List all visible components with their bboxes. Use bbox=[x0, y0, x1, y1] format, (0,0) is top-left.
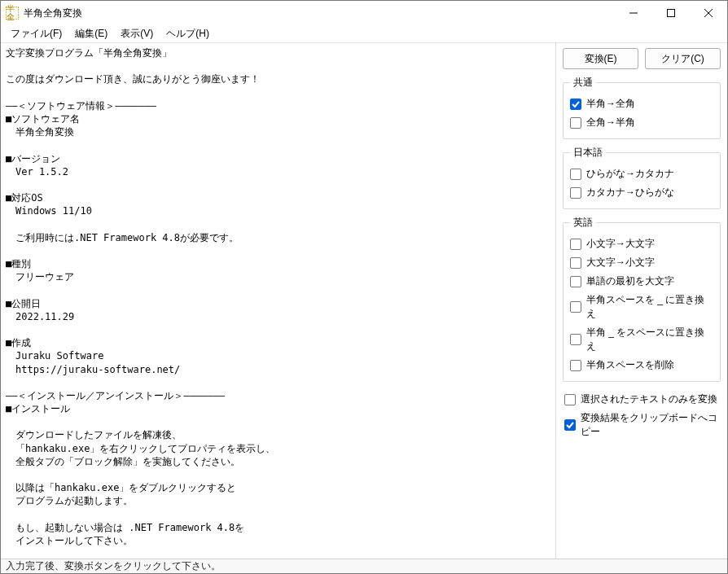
checkbox-icon bbox=[570, 169, 581, 180]
check-label: 単語の最初を大文字 bbox=[586, 274, 674, 288]
checkbox-icon bbox=[570, 301, 581, 313]
minimize-button[interactable] bbox=[615, 1, 652, 25]
close-button[interactable] bbox=[690, 1, 727, 25]
check-label: 半角→全角 bbox=[586, 97, 635, 111]
group-english: 英語 小文字→大文字 大文字→小文字 単語の最初を大文字 半角スペースを _ に… bbox=[563, 216, 721, 382]
main-area: 文字変換プログラム「半角全角変換」 この度はダウンロード頂き、誠にありがとう御座… bbox=[1, 43, 727, 559]
menubar: ファイル(F) 編集(E) 表示(V) ヘルプ(H) bbox=[1, 25, 727, 43]
group-japanese-legend: 日本語 bbox=[570, 146, 606, 160]
maximize-button[interactable] bbox=[652, 1, 690, 25]
group-common-legend: 共通 bbox=[570, 76, 596, 90]
check-space-to-underscore[interactable]: 半角スペースを _ に置き換え bbox=[570, 291, 713, 323]
checkbox-icon bbox=[570, 117, 581, 129]
group-english-legend: 英語 bbox=[570, 216, 596, 230]
menu-edit[interactable]: 編集(E) bbox=[68, 25, 114, 42]
check-label: 変換結果をクリップボードへコピー bbox=[581, 411, 719, 439]
checkbox-icon bbox=[570, 257, 581, 269]
window-title: 半角全角変換 bbox=[24, 7, 82, 20]
check-hira-to-kata[interactable]: ひらがな→カタカナ bbox=[570, 164, 713, 183]
check-zen-to-han[interactable]: 全角→半角 bbox=[570, 113, 713, 132]
checkbox-icon bbox=[564, 419, 576, 431]
check-upper-to-lower[interactable]: 大文字→小文字 bbox=[570, 253, 713, 272]
svg-rect-0 bbox=[668, 10, 675, 17]
check-copy-clipboard[interactable]: 変換結果をクリップボードへコピー bbox=[564, 409, 719, 441]
check-label: 半角 _ をスペースに置き換え bbox=[586, 326, 713, 353]
check-kata-to-hira[interactable]: カタカナ→ひらがな bbox=[570, 183, 713, 202]
check-remove-space[interactable]: 半角スペースを削除 bbox=[570, 356, 713, 375]
check-label: 小文字→大文字 bbox=[586, 237, 655, 251]
checkbox-icon bbox=[570, 99, 581, 110]
group-common: 共通 半角→全角 全角→半角 bbox=[563, 76, 721, 139]
titlebar: 半全 半角全角変換 bbox=[1, 1, 727, 25]
check-label: 大文字→小文字 bbox=[586, 256, 655, 269]
menu-file[interactable]: ファイル(F) bbox=[4, 25, 68, 42]
check-label: 全角→半角 bbox=[586, 116, 635, 129]
app-icon: 半全 bbox=[6, 7, 19, 20]
check-label: ひらがな→カタカナ bbox=[586, 167, 674, 181]
check-underscore-to-space[interactable]: 半角 _ をスペースに置き換え bbox=[570, 323, 713, 356]
side-panel: 変換(E) クリア(C) 共通 半角→全角 全角→半角 日本語 ひらがな→カタカ… bbox=[556, 43, 727, 559]
checkbox-icon bbox=[570, 187, 581, 199]
checkbox-icon bbox=[570, 360, 581, 371]
window-controls bbox=[615, 1, 727, 25]
text-editor[interactable]: 文字変換プログラム「半角全角変換」 この度はダウンロード頂き、誠にありがとう御座… bbox=[1, 43, 556, 559]
check-initial-upper[interactable]: 単語の最初を大文字 bbox=[570, 272, 713, 291]
convert-button[interactable]: 変換(E) bbox=[563, 48, 638, 69]
check-selected-only[interactable]: 選択されたテキストのみを変換 bbox=[564, 390, 719, 409]
check-label: 半角スペースを削除 bbox=[586, 358, 674, 372]
checkbox-icon bbox=[570, 239, 581, 250]
menu-view[interactable]: 表示(V) bbox=[114, 25, 160, 42]
status-text: 入力完了後、変換ボタンをクリックして下さい。 bbox=[6, 559, 221, 573]
group-japanese: 日本語 ひらがな→カタカナ カタカナ→ひらがな bbox=[563, 146, 721, 209]
check-lower-to-upper[interactable]: 小文字→大文字 bbox=[570, 234, 713, 253]
checkbox-icon bbox=[570, 334, 581, 345]
clear-button[interactable]: クリア(C) bbox=[645, 48, 721, 69]
menu-help[interactable]: ヘルプ(H) bbox=[160, 25, 216, 42]
status-bar: 入力完了後、変換ボタンをクリックして下さい。 bbox=[1, 559, 727, 573]
check-label: カタカナ→ひらがな bbox=[586, 186, 674, 199]
checkbox-icon bbox=[570, 276, 581, 287]
check-label: 半角スペースを _ に置き換え bbox=[586, 293, 713, 321]
check-han-to-zen[interactable]: 半角→全角 bbox=[570, 94, 713, 113]
check-label: 選択されたテキストのみを変換 bbox=[581, 392, 717, 406]
checkbox-icon bbox=[564, 394, 576, 405]
